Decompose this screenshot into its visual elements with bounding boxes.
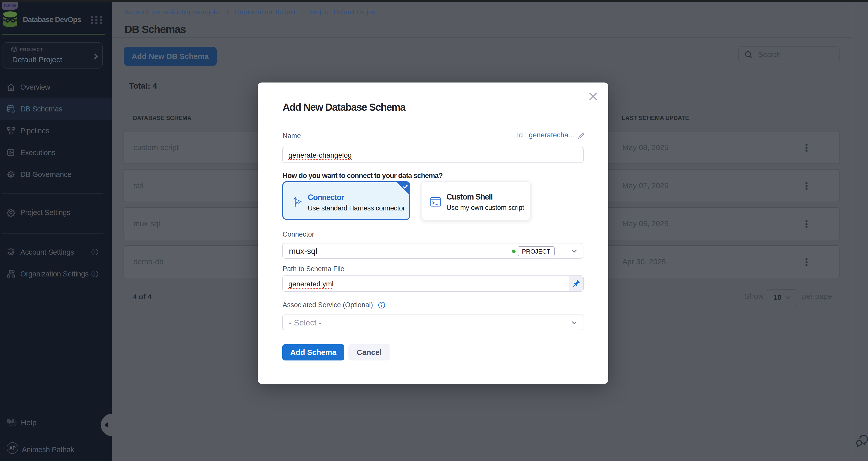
svg-text:?: ? (10, 419, 12, 423)
